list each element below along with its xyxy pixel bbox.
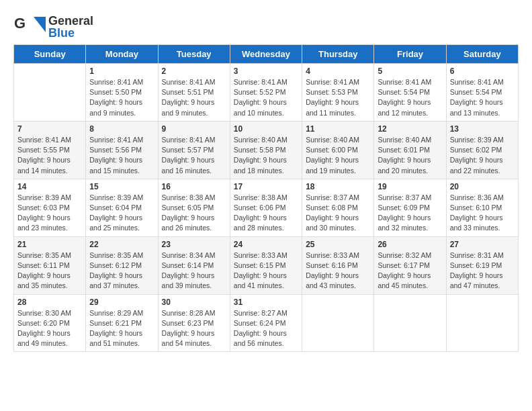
day-number: 12	[378, 124, 442, 134]
day-number: 19	[378, 182, 442, 191]
day-info: Sunrise: 8:33 AM Sunset: 6:15 PM Dayligh…	[234, 250, 298, 291]
day-number: 7	[17, 124, 82, 134]
calendar-cell: 30Sunrise: 8:28 AM Sunset: 6:23 PM Dayli…	[158, 294, 230, 352]
day-info: Sunrise: 8:40 AM Sunset: 6:01 PM Dayligh…	[378, 135, 442, 176]
logo: G General Blue	[13, 13, 93, 40]
day-number: 4	[306, 66, 370, 76]
calendar-cell: 3Sunrise: 8:41 AM Sunset: 5:52 PM Daylig…	[230, 64, 302, 122]
calendar-cell: 22Sunrise: 8:35 AM Sunset: 6:12 PM Dayli…	[86, 236, 158, 294]
header-monday: Monday	[86, 45, 158, 64]
day-number: 14	[17, 182, 82, 191]
day-number: 20	[450, 182, 515, 191]
calendar-cell: 20Sunrise: 8:36 AM Sunset: 6:10 PM Dayli…	[446, 179, 518, 236]
day-number: 5	[378, 66, 442, 76]
day-info: Sunrise: 8:33 AM Sunset: 6:16 PM Dayligh…	[306, 250, 370, 291]
day-info: Sunrise: 8:41 AM Sunset: 5:55 PM Dayligh…	[17, 135, 82, 176]
calendar-cell: 10Sunrise: 8:40 AM Sunset: 5:58 PM Dayli…	[230, 121, 302, 179]
calendar-table: SundayMondayTuesdayWednesdayThursdayFrid…	[13, 44, 519, 352]
day-info: Sunrise: 8:37 AM Sunset: 6:08 PM Dayligh…	[306, 193, 370, 234]
header-thursday: Thursday	[302, 45, 374, 64]
day-info: Sunrise: 8:39 AM Sunset: 6:04 PM Dayligh…	[89, 193, 154, 234]
header-tuesday: Tuesday	[158, 45, 230, 64]
day-number: 11	[306, 124, 370, 134]
calendar-cell: 26Sunrise: 8:32 AM Sunset: 6:17 PM Dayli…	[374, 236, 446, 294]
calendar-cell: 4Sunrise: 8:41 AM Sunset: 5:53 PM Daylig…	[302, 64, 374, 122]
day-info: Sunrise: 8:29 AM Sunset: 6:21 PM Dayligh…	[89, 308, 154, 349]
day-number: 17	[234, 182, 298, 191]
calendar-cell: 23Sunrise: 8:34 AM Sunset: 6:14 PM Dayli…	[158, 236, 230, 294]
day-number: 8	[89, 124, 154, 134]
logo-icon: G	[13, 13, 47, 40]
day-info: Sunrise: 8:40 AM Sunset: 5:58 PM Dayligh…	[234, 135, 298, 176]
header-saturday: Saturday	[446, 45, 518, 64]
day-number: 15	[89, 182, 154, 191]
calendar-week-row: 14Sunrise: 8:39 AM Sunset: 6:03 PM Dayli…	[14, 179, 519, 236]
day-info: Sunrise: 8:39 AM Sunset: 6:02 PM Dayligh…	[450, 135, 515, 176]
header-friday: Friday	[374, 45, 446, 64]
day-info: Sunrise: 8:39 AM Sunset: 6:03 PM Dayligh…	[17, 193, 82, 234]
calendar-cell: 2Sunrise: 8:41 AM Sunset: 5:51 PM Daylig…	[158, 64, 230, 122]
day-info: Sunrise: 8:28 AM Sunset: 6:23 PM Dayligh…	[162, 308, 226, 349]
day-number: 10	[234, 124, 298, 134]
calendar-cell: 7Sunrise: 8:41 AM Sunset: 5:55 PM Daylig…	[14, 121, 86, 179]
calendar-cell: 11Sunrise: 8:40 AM Sunset: 6:00 PM Dayli…	[302, 121, 374, 179]
day-number: 22	[89, 240, 154, 249]
day-info: Sunrise: 8:38 AM Sunset: 6:06 PM Dayligh…	[234, 193, 298, 234]
calendar-week-row: 7Sunrise: 8:41 AM Sunset: 5:55 PM Daylig…	[14, 121, 519, 179]
svg-text:G: G	[14, 15, 26, 32]
logo-line2: Blue	[48, 27, 75, 39]
calendar-cell: 16Sunrise: 8:38 AM Sunset: 6:05 PM Dayli…	[158, 179, 230, 236]
day-number: 28	[17, 298, 82, 307]
day-number: 1	[89, 66, 154, 76]
calendar-cell: 21Sunrise: 8:35 AM Sunset: 6:11 PM Dayli…	[14, 236, 86, 294]
day-number: 31	[234, 298, 298, 307]
calendar-week-row: 28Sunrise: 8:30 AM Sunset: 6:20 PM Dayli…	[14, 294, 519, 352]
calendar-cell: 8Sunrise: 8:41 AM Sunset: 5:56 PM Daylig…	[86, 121, 158, 179]
calendar-cell	[446, 294, 518, 352]
header-sunday: Sunday	[14, 45, 86, 64]
calendar-cell: 12Sunrise: 8:40 AM Sunset: 6:01 PM Dayli…	[374, 121, 446, 179]
calendar-cell: 1Sunrise: 8:41 AM Sunset: 5:50 PM Daylig…	[86, 64, 158, 122]
calendar-cell: 6Sunrise: 8:41 AM Sunset: 5:54 PM Daylig…	[446, 64, 518, 122]
calendar-cell: 14Sunrise: 8:39 AM Sunset: 6:03 PM Dayli…	[14, 179, 86, 236]
day-info: Sunrise: 8:41 AM Sunset: 5:56 PM Dayligh…	[89, 135, 154, 176]
calendar-cell: 5Sunrise: 8:41 AM Sunset: 5:54 PM Daylig…	[374, 64, 446, 122]
header-wednesday: Wednesday	[230, 45, 302, 64]
calendar-cell: 31Sunrise: 8:27 AM Sunset: 6:24 PM Dayli…	[230, 294, 302, 352]
svg-marker-1	[34, 17, 46, 32]
calendar-cell: 18Sunrise: 8:37 AM Sunset: 6:08 PM Dayli…	[302, 179, 374, 236]
day-number: 29	[89, 298, 154, 307]
calendar-cell: 27Sunrise: 8:31 AM Sunset: 6:19 PM Dayli…	[446, 236, 518, 294]
day-info: Sunrise: 8:41 AM Sunset: 5:57 PM Dayligh…	[162, 135, 226, 176]
day-number: 24	[234, 240, 298, 249]
logo-text-block: General Blue	[48, 15, 93, 39]
calendar-cell: 9Sunrise: 8:41 AM Sunset: 5:57 PM Daylig…	[158, 121, 230, 179]
calendar-cell	[374, 294, 446, 352]
day-info: Sunrise: 8:41 AM Sunset: 5:53 PM Dayligh…	[306, 77, 370, 118]
day-number: 6	[450, 66, 515, 76]
calendar-cell: 28Sunrise: 8:30 AM Sunset: 6:20 PM Dayli…	[14, 294, 86, 352]
logo-line1: General	[48, 15, 93, 27]
day-info: Sunrise: 8:41 AM Sunset: 5:51 PM Dayligh…	[162, 77, 226, 118]
day-number: 18	[306, 182, 370, 191]
calendar-cell: 13Sunrise: 8:39 AM Sunset: 6:02 PM Dayli…	[446, 121, 518, 179]
day-info: Sunrise: 8:38 AM Sunset: 6:05 PM Dayligh…	[162, 193, 226, 234]
day-number: 25	[306, 240, 370, 249]
day-info: Sunrise: 8:34 AM Sunset: 6:14 PM Dayligh…	[162, 250, 226, 291]
calendar-cell: 15Sunrise: 8:39 AM Sunset: 6:04 PM Dayli…	[86, 179, 158, 236]
calendar-cell: 19Sunrise: 8:37 AM Sunset: 6:09 PM Dayli…	[374, 179, 446, 236]
day-info: Sunrise: 8:41 AM Sunset: 5:54 PM Dayligh…	[450, 77, 515, 118]
day-info: Sunrise: 8:31 AM Sunset: 6:19 PM Dayligh…	[450, 250, 515, 291]
calendar-header-row: SundayMondayTuesdayWednesdayThursdayFrid…	[14, 45, 519, 64]
day-info: Sunrise: 8:41 AM Sunset: 5:52 PM Dayligh…	[234, 77, 298, 118]
day-info: Sunrise: 8:37 AM Sunset: 6:09 PM Dayligh…	[378, 193, 442, 234]
day-info: Sunrise: 8:40 AM Sunset: 6:00 PM Dayligh…	[306, 135, 370, 176]
day-number: 2	[162, 66, 226, 76]
day-info: Sunrise: 8:27 AM Sunset: 6:24 PM Dayligh…	[234, 308, 298, 349]
calendar-cell: 17Sunrise: 8:38 AM Sunset: 6:06 PM Dayli…	[230, 179, 302, 236]
day-info: Sunrise: 8:30 AM Sunset: 6:20 PM Dayligh…	[17, 308, 82, 349]
calendar-cell: 24Sunrise: 8:33 AM Sunset: 6:15 PM Dayli…	[230, 236, 302, 294]
day-number: 27	[450, 240, 515, 249]
day-number: 26	[378, 240, 442, 249]
calendar-cell	[14, 64, 86, 122]
